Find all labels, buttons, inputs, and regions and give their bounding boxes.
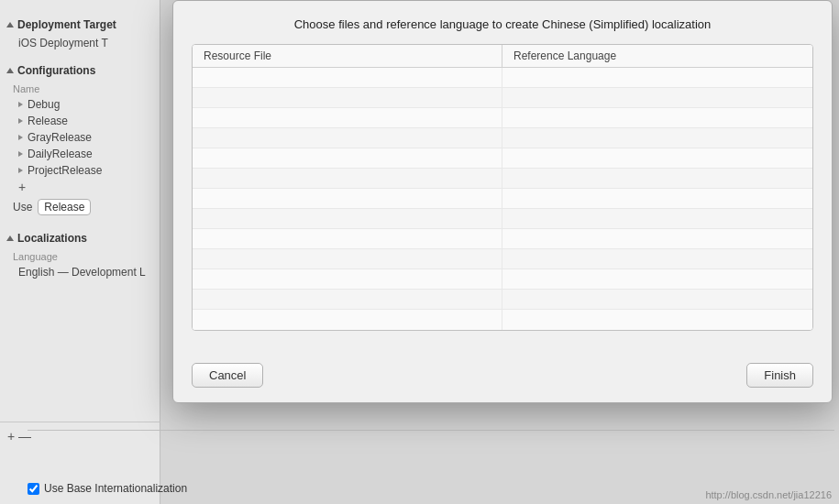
add-configuration-button[interactable]: +: [13, 179, 31, 195]
debug-label: Debug: [28, 98, 60, 111]
gray-release-label: GrayRelease: [28, 131, 92, 144]
table-row: [193, 108, 812, 128]
ios-deployment-item: iOS Deployment T: [0, 35, 160, 51]
use-base-intl-label: Use Base Internationalization: [44, 482, 187, 495]
config-release[interactable]: Release: [0, 113, 160, 129]
cell-ref-11: [502, 290, 812, 309]
config-project-release[interactable]: ProjectRelease: [0, 162, 160, 179]
cell-resource-6: [193, 189, 502, 208]
cell-ref-7: [502, 209, 812, 228]
english-localization[interactable]: English — Development L: [0, 264, 160, 280]
resource-file-header: Resource File: [193, 45, 502, 67]
config-debug[interactable]: Debug: [0, 96, 160, 113]
cell-ref-12: [502, 310, 812, 330]
triangle-icon: [6, 22, 14, 27]
deployment-target-section[interactable]: Deployment Target: [0, 15, 160, 35]
cell-resource-5: [193, 169, 502, 188]
table-row: [193, 310, 812, 330]
config-daily-release[interactable]: DailyRelease: [0, 146, 160, 162]
table-row: [193, 249, 812, 269]
table-row: [193, 229, 812, 249]
arrow-icon-release: [18, 118, 23, 124]
language-label: Language: [0, 248, 160, 264]
cell-ref-1: [502, 88, 812, 107]
cancel-button[interactable]: Cancel: [192, 363, 263, 388]
table-row: [193, 189, 812, 209]
table-row: [193, 128, 812, 148]
config-gray-release[interactable]: GrayRelease: [0, 129, 160, 146]
ios-deployment-text: iOS Deployment T: [18, 37, 108, 49]
use-value: Release: [44, 201, 84, 214]
table-row: [193, 148, 812, 169]
cell-ref-5: [502, 169, 812, 188]
use-base-intl-checkbox[interactable]: [28, 483, 39, 495]
cell-ref-2: [502, 108, 812, 127]
cell-ref-3: [502, 128, 812, 148]
deployment-target-label: Deployment Target: [17, 18, 116, 31]
bottom-divider: [28, 430, 834, 431]
file-table: Resource File Reference Language: [192, 44, 813, 331]
table-row: [193, 88, 812, 108]
cell-resource-7: [193, 209, 502, 228]
cell-resource-11: [193, 290, 502, 309]
base-internationalization-row: Use Base Internationalization: [28, 482, 187, 495]
cell-resource-8: [193, 229, 502, 248]
name-label: Name: [0, 81, 160, 96]
cell-resource-2: [193, 108, 502, 127]
finish-button[interactable]: Finish: [746, 363, 813, 388]
localization-dialog: Choose files and reference language to c…: [172, 0, 833, 403]
cell-resource-4: [193, 148, 502, 168]
table-row: [193, 269, 812, 290]
cell-resource-10: [193, 269, 502, 289]
watermark: http://blog.csdn.net/jia12216: [705, 489, 832, 500]
english-label: English — Development L: [18, 266, 146, 279]
arrow-icon-project: [18, 168, 23, 173]
use-dropdown[interactable]: Release: [38, 199, 91, 215]
triangle-icon-3: [6, 236, 14, 241]
arrow-icon-gray: [18, 135, 23, 140]
configurations-label: Configurations: [17, 64, 95, 77]
table-row: [193, 169, 812, 189]
use-row: Use Release: [0, 195, 160, 219]
localizations-label: Localizations: [17, 232, 87, 245]
arrow-icon-daily: [18, 151, 23, 157]
project-release-label: ProjectRelease: [28, 164, 102, 177]
table-row: [193, 290, 812, 310]
localizations-section[interactable]: Localizations: [0, 228, 160, 248]
daily-release-label: DailyRelease: [28, 148, 93, 160]
cell-ref-8: [502, 229, 812, 248]
modal-body: Resource File Reference Language: [173, 44, 832, 354]
left-panel-content: Deployment Target iOS Deployment T Confi…: [0, 0, 160, 288]
cell-ref-9: [502, 249, 812, 268]
cell-resource-3: [193, 128, 502, 148]
modal-title: Choose files and reference language to c…: [173, 1, 832, 44]
cell-resource-9: [193, 249, 502, 268]
table-header: Resource File Reference Language: [193, 45, 812, 68]
cell-resource-12: [193, 310, 502, 330]
use-label: Use: [13, 201, 32, 214]
cell-ref-6: [502, 189, 812, 208]
arrow-icon-debug: [18, 102, 23, 107]
cell-resource-0: [193, 68, 502, 87]
cell-resource-1: [193, 88, 502, 107]
table-row: [193, 209, 812, 229]
table-row: [193, 68, 812, 88]
cell-ref-10: [502, 269, 812, 289]
cell-ref-4: [502, 148, 812, 168]
modal-footer: Cancel Finish: [173, 354, 832, 402]
release-label: Release: [28, 115, 68, 127]
cell-ref-0: [502, 68, 812, 87]
triangle-icon-2: [6, 68, 14, 73]
reference-language-header: Reference Language: [502, 45, 812, 67]
configurations-section[interactable]: Configurations: [0, 60, 160, 81]
